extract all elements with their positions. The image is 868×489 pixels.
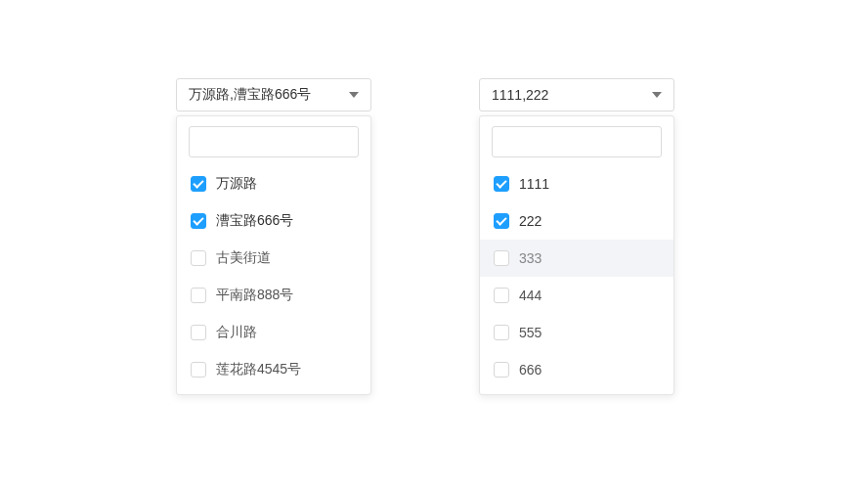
checkbox-icon [494, 213, 509, 229]
checkbox-icon [494, 250, 509, 266]
search-input-2[interactable] [492, 126, 662, 157]
option-item[interactable]: 万源路 [177, 165, 370, 202]
checkbox-icon [191, 362, 206, 378]
search-wrap-1 [177, 126, 370, 165]
option-item[interactable]: 1111 [480, 165, 673, 202]
checkbox-icon [494, 362, 509, 378]
select-value-1: 万源路,漕宝路666号 [189, 86, 311, 104]
option-label: 666 [519, 362, 542, 378]
option-label: 万源路 [216, 175, 257, 193]
chevron-down-icon [349, 92, 359, 98]
multi-select-2: 1111,222 1111222333444555666 [479, 78, 674, 111]
checkbox-icon [191, 213, 206, 229]
option-item[interactable]: 漕宝路666号 [177, 202, 370, 240]
option-label: 222 [519, 213, 542, 229]
option-label: 漕宝路666号 [216, 212, 293, 230]
search-input-1[interactable] [189, 126, 359, 157]
option-label: 444 [519, 288, 542, 303]
checkbox-icon [494, 176, 509, 192]
search-wrap-2 [480, 126, 673, 165]
option-item[interactable]: 666 [480, 351, 673, 388]
option-item[interactable]: 古美街道 [177, 240, 370, 277]
option-label: 合川路 [216, 324, 257, 341]
checkbox-icon [494, 288, 509, 303]
dropdown-panel-2: 1111222333444555666 [479, 115, 674, 395]
option-item[interactable]: 合川路 [177, 314, 370, 351]
select-trigger-1[interactable]: 万源路,漕宝路666号 [176, 78, 371, 111]
option-list-2: 1111222333444555666 [480, 165, 673, 388]
option-item[interactable]: 333 [480, 240, 673, 277]
select-value-2: 1111,222 [492, 87, 548, 103]
checkbox-icon [191, 176, 206, 192]
select-trigger-2[interactable]: 1111,222 [479, 78, 674, 111]
checkbox-icon [191, 325, 206, 340]
option-item[interactable]: 平南路888号 [177, 277, 370, 314]
dropdown-panel-1: 万源路漕宝路666号古美街道平南路888号合川路莲花路4545号 [176, 115, 371, 395]
checkbox-icon [191, 288, 206, 303]
option-label: 古美街道 [216, 249, 271, 267]
checkbox-icon [191, 250, 206, 266]
option-label: 1111 [519, 176, 549, 192]
option-item[interactable]: 莲花路4545号 [177, 351, 370, 388]
option-item[interactable]: 222 [480, 202, 673, 240]
option-label: 333 [519, 250, 542, 266]
multi-select-1: 万源路,漕宝路666号 万源路漕宝路666号古美街道平南路888号合川路莲花路4… [176, 78, 371, 111]
checkbox-icon [494, 325, 509, 340]
chevron-down-icon [652, 92, 662, 98]
option-item[interactable]: 444 [480, 277, 673, 314]
option-item[interactable]: 555 [480, 314, 673, 351]
option-label: 莲花路4545号 [216, 361, 301, 378]
option-list-1: 万源路漕宝路666号古美街道平南路888号合川路莲花路4545号 [177, 165, 370, 388]
option-label: 平南路888号 [216, 287, 293, 304]
option-label: 555 [519, 325, 542, 340]
